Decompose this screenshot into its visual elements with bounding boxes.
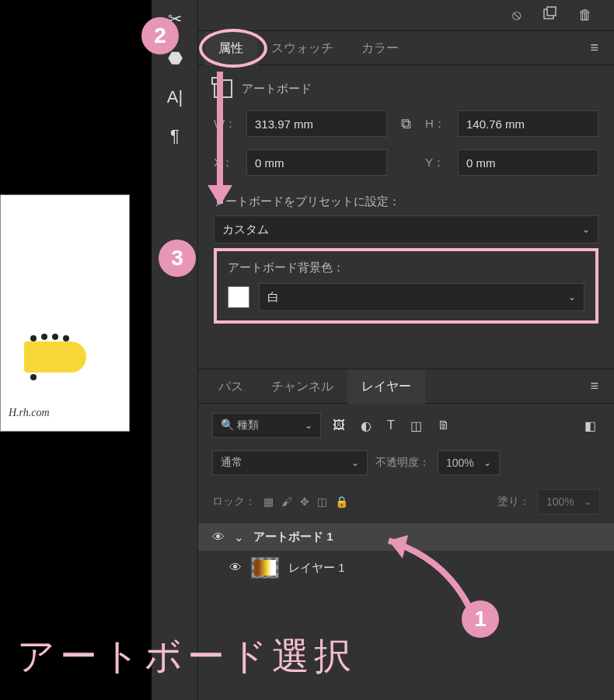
bg-color-select[interactable]: 白 ⌄ [259,283,584,311]
opacity-label: 不透明度： [375,456,430,470]
tab-color[interactable]: カラー [347,31,413,65]
lock-pixels-icon[interactable]: ▦ [263,495,274,508]
layer-artboard-1[interactable]: 👁 ⌄ アートボード 1 [198,523,614,551]
visibility-icon[interactable]: 👁 [212,530,225,544]
height-input[interactable] [458,110,598,137]
preset-value: カスタム [222,222,269,237]
artboard-label: アートボード [242,82,312,96]
filter-smart-icon[interactable]: 🗎 [434,418,454,432]
frame-icon[interactable] [542,6,556,24]
layer-filter-select[interactable]: 🔍 種類 ⌄ [212,413,321,438]
filter-toggle-icon[interactable]: ◧ [581,418,600,433]
filter-type-icon[interactable]: T [383,418,399,432]
filter-image-icon[interactable]: 🖼 [329,418,349,432]
paragraph-tool-icon[interactable]: ¶ [152,117,198,156]
fill-input: 100%⌄ [538,489,600,514]
tab-layers[interactable]: レイヤー [347,369,425,404]
lock-all-icon[interactable]: 🔒 [335,495,348,508]
chevron-down-icon: ⌄ [582,224,590,235]
link-icon[interactable]: ⧉ [396,116,416,132]
canvas-preview: H.rh.com [0,194,130,432]
chevron-down-icon: ⌄ [568,292,576,303]
artwork-preview: H.rh.com [1,310,102,419]
preset-select[interactable]: カスタム ⌄ [214,215,598,243]
attributes-body: アートボード W： ⧉ H： X： Y： アートボードをプリセットに設定： カス… [198,65,614,338]
annotation-badge-3: 3 [159,240,196,277]
bg-label: アートボード背景色： [228,261,584,275]
artboard-bg-section: アートボード背景色： 白 ⌄ [214,248,598,324]
preset-label: アートボードをプリセットに設定： [214,194,598,209]
expand-icon[interactable]: ⌄ [234,530,244,544]
tool-sidebar: ✂ ⬣ A| ¶ [152,0,198,700]
visibility-icon[interactable]: 👁 [229,561,242,575]
layer-thumbnail [251,557,279,579]
layer-1[interactable]: 👁 レイヤー 1 [198,551,614,585]
filter-adjust-icon[interactable]: ◐ [357,418,375,433]
annotation-big-label: アートボード選択 [17,632,356,681]
filter-shape-icon[interactable]: ◫ [406,418,426,433]
annotation-oval-2 [199,29,267,68]
tab-swatches[interactable]: スウォッチ [257,31,347,65]
guitar-illustration [1,334,94,380]
y-input[interactable] [458,149,598,176]
type-tool-icon[interactable]: A| [152,78,198,117]
height-label: H： [425,117,448,131]
bg-value: 白 [267,290,279,305]
bg-swatch[interactable] [228,286,249,308]
lock-artboard-icon[interactable]: ◫ [317,495,327,508]
blend-mode-select[interactable]: 通常⌄ [212,450,368,475]
panel-menu-icon[interactable]: ≡ [581,40,608,56]
y-label: Y： [425,156,448,170]
layer-filter-row: 🔍 種類 ⌄ 🖼 ◐ T ◫ 🗎 ◧ [198,404,614,447]
svg-rect-1 [547,7,556,16]
layers-tabs: パス チャンネル レイヤー ≡ [198,369,614,404]
trash-icon[interactable]: 🗑 [578,7,592,23]
opacity-input[interactable]: 100%⌄ [438,450,500,475]
width-input[interactable] [246,110,387,137]
lock-move-icon[interactable]: ✥ [300,495,309,508]
fill-label: 塗り： [497,495,530,509]
x-input[interactable] [246,149,387,176]
panel-topbar: ⦸ 🗑 [198,0,614,31]
annotation-badge-1: 1 [462,600,499,638]
layers-panel: パス チャンネル レイヤー ≡ 🔍 種類 ⌄ 🖼 ◐ T ◫ 🗎 ◧ 通常⌄ 不… [198,369,614,585]
layer-name: アートボード 1 [253,530,333,544]
watermark-text: H.rh.com [9,407,50,419]
lock-label: ロック： [212,495,256,509]
annotation-badge-2: 2 [141,17,179,54]
annotation-arrow-down [217,72,223,204]
layers-menu-icon[interactable]: ≡ [581,378,608,394]
tab-channels[interactable]: チャンネル [257,369,347,404]
layer-name: レイヤー 1 [288,561,345,576]
tab-paths[interactable]: パス [204,369,257,404]
properties-panel: ⦸ 🗑 属性 スウォッチ カラー ≡ アートボード W： ⧉ H： X： Y： … [198,0,614,700]
lock-brush-icon[interactable]: 🖌 [281,495,292,508]
cancel-icon[interactable]: ⦸ [512,7,521,23]
